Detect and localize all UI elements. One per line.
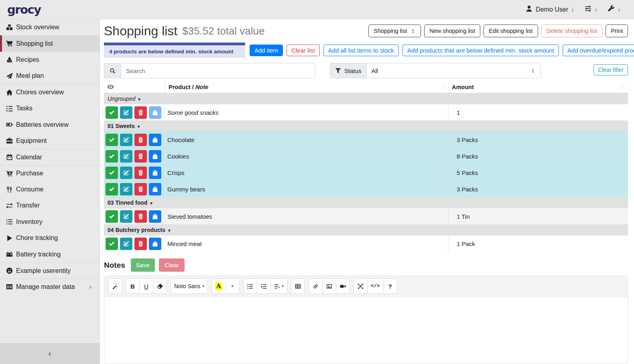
group-header-ungrouped[interactable]: Ungrouped▾ xyxy=(104,93,628,104)
sidebar-item-transfer[interactable]: Transfer xyxy=(0,197,100,214)
delete-item-button[interactable] xyxy=(134,150,147,163)
bold-button[interactable]: B xyxy=(126,279,140,294)
edit-item-button[interactable] xyxy=(120,167,132,179)
user-name: Demo User xyxy=(536,6,568,13)
sidebar-item-example-userentity[interactable]: Example userentity xyxy=(0,262,100,279)
settings-menu[interactable]: › xyxy=(585,5,597,14)
help-button[interactable]: ? xyxy=(383,279,397,294)
edit-item-button[interactable] xyxy=(120,183,132,195)
sidebar-item-consume[interactable]: Consume xyxy=(0,181,100,197)
text-color-dropdown[interactable]: ▾ xyxy=(226,279,240,294)
insert-link-button[interactable] xyxy=(309,279,323,294)
paragraph-button[interactable]: ▾ xyxy=(270,279,288,294)
sidebar-item-meal-plan[interactable]: Meal plan xyxy=(0,68,100,84)
text-color-button[interactable]: A xyxy=(211,279,226,294)
add-to-stock-button[interactable] xyxy=(149,106,161,119)
insert-table-button[interactable] xyxy=(291,279,305,294)
sidebar-item-shopping-list[interactable]: Shopping list xyxy=(0,35,100,51)
mark-done-button[interactable] xyxy=(106,167,118,179)
sidebar-item-equipment[interactable]: Equipment xyxy=(0,133,100,149)
edit-item-button[interactable] xyxy=(120,134,132,146)
delete-item-button[interactable] xyxy=(134,167,147,179)
clear-formatting-button[interactable] xyxy=(153,279,167,294)
sidebar-item-tasks[interactable]: Tasks xyxy=(0,100,100,116)
edit-shopping-list-button[interactable]: Edit shopping list xyxy=(484,24,538,37)
add-to-stock-button[interactable] xyxy=(149,150,161,163)
add-below-min-stock-button[interactable]: Add products that are below defined min.… xyxy=(402,45,559,56)
shopping-list-select[interactable]: Shopping list xyxy=(368,24,421,37)
add-all-to-stock-button[interactable]: Add all list items to stock xyxy=(323,45,399,56)
sidebar-collapse-button[interactable]: ‹ xyxy=(0,343,100,364)
edit-item-button[interactable] xyxy=(120,150,132,163)
fullscreen-button[interactable] xyxy=(354,279,368,294)
group-header-01-sweets[interactable]: 01 Sweets▾ xyxy=(104,121,628,132)
admin-menu[interactable]: › xyxy=(608,5,620,14)
delete-shopping-list-button[interactable]: Delete shopping list xyxy=(541,24,603,37)
group-header-03-tinned-food[interactable]: 03 Tinned food▾ xyxy=(104,197,628,208)
add-to-stock-button[interactable] xyxy=(149,167,161,179)
mark-done-button[interactable] xyxy=(106,183,118,195)
sidebar-item-manage-master-data[interactable]: Manage master data› xyxy=(0,279,100,295)
user-menu[interactable]: Demo User › xyxy=(526,5,574,14)
add-item-button[interactable]: Add item xyxy=(250,45,283,56)
below-min-stock-alert[interactable]: 4 products are below defined min. stock … xyxy=(104,43,245,58)
utensils-icon xyxy=(6,186,16,193)
sidebar-item-chores-overview[interactable]: Chores overview xyxy=(0,84,100,100)
add-overdue-button[interactable]: Add overdue/expired products xyxy=(563,45,634,56)
status-value: All xyxy=(372,67,378,74)
clear-list-button[interactable]: Clear list xyxy=(287,45,319,56)
ordered-list-button[interactable] xyxy=(257,279,271,294)
style-button[interactable] xyxy=(108,279,122,294)
paper-plane-icon xyxy=(6,73,16,79)
editor-content[interactable] xyxy=(104,297,628,364)
amount-column-header[interactable]: Amount ↑↓ xyxy=(449,81,628,93)
unordered-list-button[interactable] xyxy=(243,279,257,294)
notes-header: Notes Save Clear xyxy=(104,258,628,272)
delete-item-button[interactable] xyxy=(134,210,147,223)
notes-save-button[interactable]: Save xyxy=(131,258,155,272)
add-to-stock-button[interactable] xyxy=(149,183,161,195)
mark-done-button[interactable] xyxy=(106,106,118,119)
edit-item-button[interactable] xyxy=(120,106,132,119)
delete-item-button[interactable] xyxy=(134,183,147,195)
alert-text: 4 products are below defined min. stock … xyxy=(104,45,245,58)
sidebar-item-recipes[interactable]: Recipes xyxy=(0,52,100,68)
new-shopping-list-button[interactable]: New shopping list xyxy=(424,24,480,37)
mark-done-button[interactable] xyxy=(106,210,118,223)
clear-filter-button[interactable]: Clear filter xyxy=(593,64,628,75)
sidebar-item-purchase[interactable]: Purchase xyxy=(0,165,100,181)
underline-button[interactable]: U xyxy=(139,279,153,294)
group-header-04-butchery-products[interactable]: 04 Butchery products▾ xyxy=(104,225,628,236)
insert-picture-button[interactable] xyxy=(322,279,336,294)
sidebar-item-label: Batteries overview xyxy=(16,121,69,128)
mark-done-button[interactable] xyxy=(106,134,118,146)
delete-item-button[interactable] xyxy=(134,238,147,250)
sidebar-item-inventory[interactable]: Inventory xyxy=(0,214,100,230)
visibility-column-header[interactable] xyxy=(104,81,165,93)
add-to-stock-button[interactable] xyxy=(149,238,161,250)
product-column-header[interactable]: Product / Note ↑↓ xyxy=(165,81,449,93)
edit-item-button[interactable] xyxy=(120,238,132,250)
search-input[interactable] xyxy=(121,63,315,78)
font-family-button[interactable]: Noto Sans▾ xyxy=(171,279,208,294)
add-to-stock-button[interactable] xyxy=(149,134,161,146)
sidebar-item-battery-tracking[interactable]: Battery tracking xyxy=(0,246,100,262)
add-to-stock-button[interactable] xyxy=(149,210,161,223)
insert-video-button[interactable] xyxy=(336,279,350,294)
grocy-logo[interactable]: grocy xyxy=(7,3,41,16)
delete-item-button[interactable] xyxy=(134,134,147,146)
status-select[interactable]: All xyxy=(366,63,541,78)
sidebar-item-batteries-overview[interactable]: Batteries overview xyxy=(0,116,100,132)
delete-item-button[interactable] xyxy=(134,106,147,119)
print-button[interactable]: Print xyxy=(606,24,628,37)
notes-clear-button[interactable]: Clear xyxy=(159,258,185,272)
sidebar-item-calendar[interactable]: Calendar xyxy=(0,149,100,165)
list-actions-row: 4 products are below defined min. stock … xyxy=(104,43,628,58)
edit-item-button[interactable] xyxy=(120,210,132,223)
code-view-button[interactable]: </> xyxy=(367,279,384,294)
mark-done-button[interactable] xyxy=(106,150,118,163)
mark-done-button[interactable] xyxy=(106,238,118,250)
sidebar-item-stock-overview[interactable]: Stock overview xyxy=(0,19,100,35)
sidebar-item-chore-tracking[interactable]: Chore tracking xyxy=(0,230,100,246)
product-name: Chocolate xyxy=(167,136,195,143)
